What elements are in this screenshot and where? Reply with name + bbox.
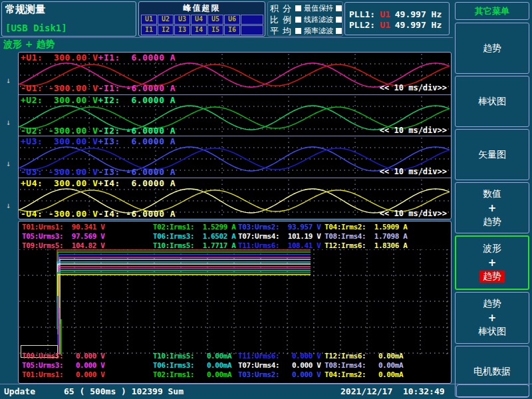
peak-cell-U2: U2	[158, 15, 174, 25]
pll-name: PLL1:	[349, 9, 375, 20]
trend-readout: T12:Irms6: 1.8306 A	[325, 241, 407, 250]
toggle-checkbox[interactable]	[336, 5, 342, 11]
peak-cell-I1: I1	[141, 25, 157, 35]
peak-cell-I6: I6	[224, 25, 240, 35]
menu-item-line: +	[488, 312, 497, 324]
i-positive-label: +I2: 6.0000 A	[98, 95, 176, 105]
trend-readout: T05:Urms3: 97.569 V	[22, 232, 104, 241]
menu-title: 其它菜单	[455, 2, 529, 20]
i-negative-label: -I3: -6.0000 A	[98, 167, 176, 177]
i-negative-label: -I2: -6.0000 A	[98, 126, 176, 136]
menu-item-line: +	[488, 202, 497, 214]
menu-item-trend[interactable]: 趋势	[455, 23, 529, 74]
trend-readout-zero: T07:Urms4: 0.000 V	[238, 361, 321, 370]
peak-cell-U6: U6	[224, 15, 240, 25]
u-negative-label: -U2: -300.00 V	[21, 126, 98, 136]
menu-item-line: 棒状图	[478, 326, 506, 338]
menu-item-line: 电机数据	[473, 366, 511, 378]
trend-readout: T08:Irms4: 1.7098 A	[325, 232, 407, 241]
toggle-char: 比	[270, 14, 279, 26]
peak-cell-I2: I2	[158, 25, 174, 35]
peak-cell-U1: U1	[141, 15, 157, 25]
i-positive-label: +I1: 6.0000 A	[98, 53, 176, 63]
menu-item-waveform-plus-trend[interactable]: 波形+趋势	[455, 235, 529, 290]
peak-cell-I3: I3	[174, 25, 190, 35]
menu-item-vector-graph[interactable]: 矢量图	[455, 129, 529, 180]
trend-readout: T02:Irms1: 1.5299 A	[153, 223, 235, 231]
peak-cell-U5: U5	[207, 15, 223, 25]
toggle-label: 线路滤波	[304, 15, 333, 25]
pll-panel: PLL1:U149.997 HzPLL2:U149.997 Hz	[344, 2, 450, 35]
waveform-channel-1: +U1: 300.00 V+I1: 6.0000 A-U1: -300.00 V…	[19, 53, 451, 94]
datetime-label: 2021/12/17 10:32:49	[340, 386, 445, 396]
trend-readout-zero: T09:Urms5: 0.000 V	[22, 352, 104, 360]
toggle-char: 分	[283, 3, 291, 15]
peak-limit-title: 峰值超限	[139, 3, 265, 14]
menu-item-line: 趋势	[483, 43, 501, 55]
trend-readout-zero: T03:Urms2: 0.000 V	[238, 370, 321, 379]
u-negative-label: -U3: -300.00 V	[21, 167, 98, 177]
trend-readout-zero: T08:Irms4: 0.00mA	[325, 361, 403, 370]
peak-cell-I5: I5	[207, 25, 223, 35]
peak-limit-row: I1I2I3I4I5I6	[141, 25, 265, 35]
toggle-char: 均	[283, 25, 291, 37]
toggle-checkbox[interactable]	[295, 17, 301, 23]
channel-marker-arrow-icon: ↓	[6, 159, 11, 168]
menu-item-numeric-plus-trend[interactable]: 数值+趋势	[455, 182, 529, 233]
i-positive-label: +I4: 6.0000 A	[98, 178, 176, 188]
pll-row: PLL1:U149.997 Hz	[345, 9, 449, 20]
u-negative-label: -U1: -300.00 V	[21, 83, 98, 93]
channel-labels-negative: -U1: -300.00 V-I1: -6.0000 A	[21, 83, 176, 93]
peak-limit-row: U1U2U3U4U5U6	[141, 15, 265, 25]
pll-source: U1	[380, 9, 390, 20]
pll-name: PLL2:	[349, 20, 375, 31]
trend-readout-zero: T12:Irms6: 0.00mA	[325, 352, 403, 360]
timebase-label: << 10 ms/div>>	[380, 126, 447, 135]
waveform-channel-2: +U2: 300.00 V+I2: 6.0000 A-U2: -300.00 V…	[19, 94, 451, 136]
toggle-checkbox[interactable]	[336, 17, 342, 23]
channel-labels-negative: -U2: -300.00 V-I2: -6.0000 A	[21, 126, 176, 136]
pll-value: 49.997 Hz	[395, 9, 442, 20]
update-label: Update	[4, 386, 35, 396]
trend-readout-zero: T02:Irms1: 0.00mA	[153, 370, 231, 379]
u-positive-label: +U3: 300.00 V	[21, 136, 98, 146]
channel-labels-positive: +U4: 300.00 V+I4: 6.0000 A	[21, 178, 176, 188]
toggle-char: 平	[270, 25, 279, 37]
peak-cell-U3: U3	[174, 15, 190, 25]
trend-readout: T06:Irms3: 1.6502 A	[153, 232, 235, 241]
toggle-row: 积分最值保持	[270, 3, 342, 14]
update-counter: 65 ( 500ms ) 102399 Sum	[64, 386, 184, 396]
toggle-checkbox[interactable]	[336, 28, 342, 34]
storage-label: [USB Disk1]	[5, 23, 67, 33]
toggle-checkbox[interactable]	[295, 5, 301, 11]
menu-item-line: 矢量图	[478, 149, 506, 161]
channel-marker-arrow-icon: ↓	[6, 201, 11, 210]
trend-readout-zero: T04:Irms2: 0.00mA	[325, 370, 403, 379]
trend-readout-zero: T05:Urms3: 0.000 V	[22, 361, 104, 370]
channel-labels-positive: +U3: 300.00 V+I3: 6.0000 A	[21, 136, 176, 146]
measurement-info-panel: 常规测量 [USB Disk1]	[1, 1, 136, 37]
channel-labels-negative: -U3: -300.00 V-I3: -6.0000 A	[21, 167, 176, 177]
menu-item-trend-plus-bar-graph[interactable]: 趋势+棒状图	[455, 292, 529, 344]
trend-panel: T01:Urms1: 90.341 VT02:Irms1: 1.5299 AT0…	[18, 221, 452, 384]
toggle-row: 比例线路滤波	[270, 14, 342, 25]
menu-item-bar-graph[interactable]: 棒状图	[455, 76, 529, 127]
u-positive-label: +U2: 300.00 V	[21, 95, 98, 105]
menu-item-line: 棒状图	[478, 96, 506, 108]
toggle-checkbox[interactable]	[295, 28, 301, 34]
menu-item-line: 趋势	[479, 271, 505, 283]
i-positive-label: +I3: 6.0000 A	[98, 136, 176, 146]
trend-readout: T10:Irms5: 1.7717 A	[153, 241, 235, 250]
menu-item-line: 趋势	[483, 298, 501, 310]
header-divider	[0, 37, 453, 38]
trend-readout: T04:Irms2: 1.5909 A	[325, 223, 407, 231]
menu-item-line: 波形	[483, 243, 501, 255]
trend-readout-zero: T10:Irms5: 0.00mA	[153, 352, 231, 360]
toggle-char: 例	[283, 14, 291, 26]
u-negative-label: -U4: -300.00 V	[21, 209, 98, 219]
peak-cell-blank	[241, 15, 263, 25]
toggle-char: 积	[270, 3, 279, 15]
waveform-channel-4: +U4: 300.00 V+I4: 6.0000 A-U4: -300.00 V…	[19, 178, 451, 219]
u-positive-label: +U1: 300.00 V	[21, 53, 98, 63]
pll-source: U1	[380, 20, 390, 31]
